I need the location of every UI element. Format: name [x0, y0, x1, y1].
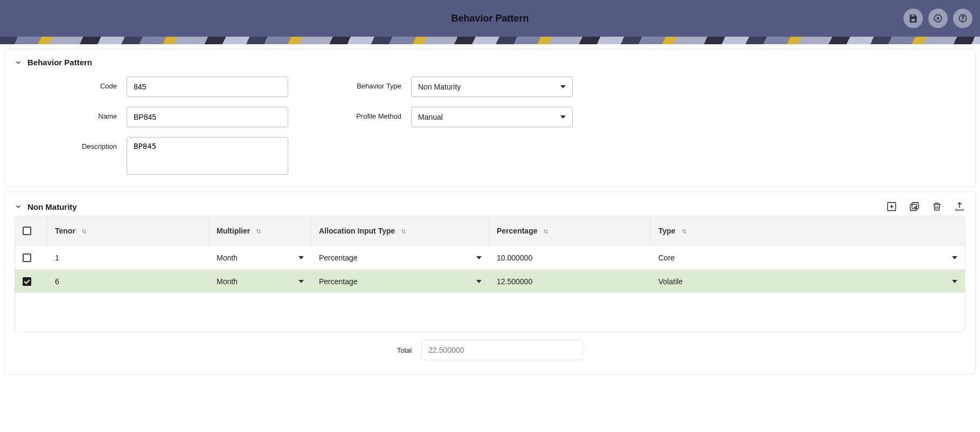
form-col-left: Code Name Description — [47, 77, 288, 175]
svg-rect-1 — [911, 19, 915, 22]
cell-multiplier-select[interactable]: Month — [217, 277, 304, 286]
cell-allocation-select[interactable]: Percentage — [319, 253, 482, 262]
caret-down-icon — [560, 115, 566, 119]
export-button[interactable] — [954, 201, 965, 212]
th-tenor[interactable]: Tenor — [47, 216, 209, 245]
save-icon — [908, 13, 918, 23]
cell-percentage[interactable]: 12.500000 — [489, 270, 651, 293]
label-name: Name — [47, 107, 117, 120]
profile-method-value: Manual — [418, 113, 443, 121]
label-profile-method: Profile Method — [331, 107, 401, 120]
cell-type-select[interactable]: Core — [658, 253, 957, 262]
behavior-type-select[interactable]: Non Maturity — [411, 77, 573, 97]
help-icon — [958, 13, 968, 23]
th-type[interactable]: Type — [651, 216, 965, 245]
save-button[interactable] — [903, 9, 923, 28]
app-header: Behavior Pattern — [0, 0, 980, 37]
th-allocation[interactable]: Allocation Input Type — [311, 216, 489, 245]
row-checkbox[interactable] — [23, 253, 31, 262]
sort-icon — [400, 228, 407, 234]
label-code: Code — [47, 77, 117, 90]
select-all-checkbox[interactable] — [23, 227, 31, 235]
table-body: 1 Month Percentage 10.000000 Core 6 Mont… — [15, 245, 965, 332]
cell-multiplier-select[interactable]: Month — [217, 253, 304, 262]
code-input[interactable] — [127, 77, 288, 97]
th-percentage[interactable]: Percentage — [489, 216, 651, 245]
cell-type-select[interactable]: Volatile — [658, 277, 957, 286]
cancel-button[interactable] — [928, 9, 948, 28]
th-multiplier[interactable]: Multiplier — [209, 216, 311, 245]
sort-icon — [681, 228, 687, 234]
behavior-type-value: Non Maturity — [418, 83, 461, 91]
panel-title: Behavior Pattern — [27, 58, 92, 67]
sort-icon — [543, 228, 549, 234]
grid-panel-header[interactable]: Non Maturity — [15, 202, 77, 211]
duplicate-row-button[interactable] — [908, 201, 920, 212]
form-col-right: Behavior Type Non Maturity Profile Metho… — [331, 77, 573, 175]
th-checkbox — [15, 216, 47, 245]
caret-down-icon — [560, 85, 566, 88]
form-grid: Code Name Description Behavior Type Non … — [15, 77, 965, 175]
add-row-button[interactable] — [886, 201, 898, 212]
cancel-icon — [933, 13, 943, 23]
decorative-strip — [0, 37, 980, 44]
caret-down-icon — [476, 256, 482, 259]
label-description: Description — [47, 137, 117, 150]
total-label: Total — [397, 346, 412, 354]
total-row: Total 22.500000 — [15, 332, 965, 362]
svg-point-4 — [962, 20, 963, 21]
cell-tenor[interactable]: 6 — [47, 270, 209, 293]
cell-allocation-select[interactable]: Percentage — [319, 277, 482, 286]
table-row[interactable]: 1 Month Percentage 10.000000 Core — [15, 245, 965, 269]
cell-percentage[interactable]: 10.000000 — [489, 246, 651, 269]
caret-down-icon — [952, 280, 957, 283]
cell-tenor[interactable]: 1 — [47, 246, 209, 269]
behavior-pattern-panel: Behavior Pattern Code Name Description B… — [4, 49, 976, 187]
help-button[interactable] — [953, 9, 972, 28]
caret-down-icon — [476, 280, 482, 283]
grid-table: Tenor Multiplier Allocation Input Type P… — [15, 216, 965, 332]
table-header: Tenor Multiplier Allocation Input Type P… — [15, 216, 965, 245]
chevron-down-icon — [15, 59, 22, 66]
page-title: Behavior Pattern — [451, 13, 529, 24]
sort-icon — [81, 228, 87, 234]
svg-rect-0 — [911, 15, 914, 17]
panel-header[interactable]: Behavior Pattern — [15, 58, 965, 67]
caret-down-icon — [298, 280, 304, 283]
description-input[interactable] — [127, 137, 288, 175]
total-value: 22.500000 — [421, 340, 583, 360]
caret-down-icon — [298, 256, 304, 259]
non-maturity-panel: Non Maturity Tenor — [4, 191, 976, 375]
label-behavior-type: Behavior Type — [331, 77, 401, 90]
grid-toolbar — [886, 201, 965, 212]
chevron-down-icon — [15, 203, 22, 210]
caret-down-icon — [952, 256, 957, 259]
header-actions — [903, 9, 972, 28]
grid-panel-title: Non Maturity — [27, 202, 77, 211]
name-input[interactable] — [127, 107, 288, 127]
table-row[interactable]: 6 Month Percentage 12.500000 Volatile — [15, 269, 965, 293]
sort-icon — [255, 228, 262, 234]
row-checkbox[interactable] — [23, 277, 31, 286]
delete-row-button[interactable] — [931, 201, 943, 212]
profile-method-select[interactable]: Manual — [411, 107, 573, 127]
